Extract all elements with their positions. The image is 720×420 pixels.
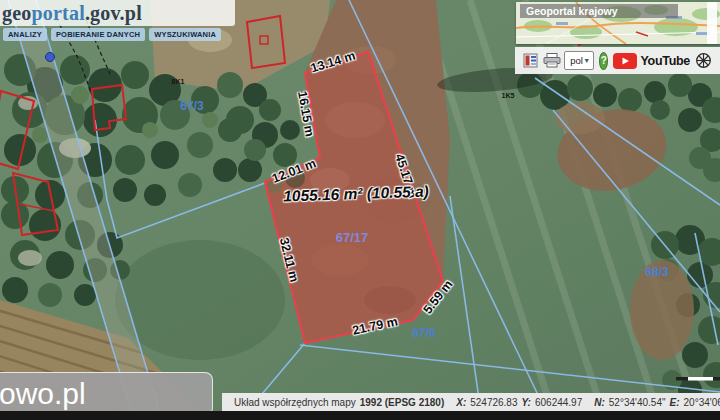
minimap-scrollbar[interactable]: [707, 2, 717, 44]
map-toolbar: pol ▼ ? YouTube: [515, 47, 720, 74]
e-value: 20°34'06.29": [684, 397, 720, 408]
statusbar: Układ współrzędnych mapy 1992 (EPSG 2180…: [222, 393, 720, 411]
land-code-label-1k5: 1K5: [502, 92, 515, 99]
report-icon: [523, 53, 538, 68]
watermark-text: owo.pl: [0, 377, 86, 411]
x-value: 524726.83: [470, 397, 517, 408]
language-select[interactable]: pol ▼: [564, 51, 594, 70]
n-value: 52°34'40.54": [609, 397, 666, 408]
logo-part-geo: geo: [2, 2, 31, 25]
youtube-button[interactable]: YouTube: [613, 53, 690, 69]
menu-tab-wyszukiwania[interactable]: WYSZUKIWANIA: [149, 28, 221, 41]
menu-tab-pobieranie-danych[interactable]: POBIERANIE DANYCH: [51, 28, 145, 41]
wheel-icon: [695, 52, 712, 69]
youtube-label: YouTube: [640, 54, 690, 68]
bottom-strip: [0, 411, 720, 420]
language-value: pol: [570, 55, 583, 66]
chevron-down-icon: ▼: [583, 57, 590, 64]
parcel-number-67-17: 67/17: [336, 230, 369, 245]
y-label: Y:: [522, 397, 531, 408]
help-button[interactable]: ?: [599, 52, 608, 70]
report-button[interactable]: [523, 53, 538, 68]
n-label: N:: [594, 397, 605, 408]
crs-label: Układ współrzędnych mapy: [234, 397, 356, 408]
geoportal-logo[interactable]: geoportal.gov.pl: [0, 0, 235, 26]
minimap-panel[interactable]: Geoportal krajowy: [516, 2, 720, 44]
e-label: E:: [670, 397, 680, 408]
printer-icon: [543, 53, 561, 68]
main-menu: ANALIZY POBIERANIE DANYCH WYSZUKIWANIA: [3, 28, 221, 41]
minimap-title: Geoportal krajowy: [520, 4, 678, 18]
question-icon: ?: [601, 55, 607, 66]
settings-wheel-button[interactable]: [695, 52, 712, 69]
logo-part-portal: portal: [31, 2, 84, 25]
x-label: X:: [456, 397, 466, 408]
survey-point-marker: [46, 53, 55, 62]
land-code-label-8k1: 8K1: [172, 78, 185, 85]
scale-bar: [676, 377, 720, 381]
y-value: 606244.97: [535, 397, 582, 408]
geoportal-app: 13.14 m 16.15 m 45.17 m 12.01 m 32.11 m …: [0, 0, 720, 420]
watermark-badge: owo.pl: [0, 372, 213, 416]
youtube-icon: [613, 53, 637, 69]
parcel-number-67-3: 67/3: [180, 99, 203, 113]
menu-tab-analizy[interactable]: ANALIZY: [3, 28, 47, 41]
parcel-number-67-6: 67/6: [412, 326, 435, 340]
print-button[interactable]: [543, 53, 561, 68]
parcel-number-68-3: 68/3: [645, 265, 668, 279]
logo-part-govpl: .gov.pl: [85, 2, 142, 25]
crs-value: 1992 (EPSG 2180): [360, 397, 445, 408]
